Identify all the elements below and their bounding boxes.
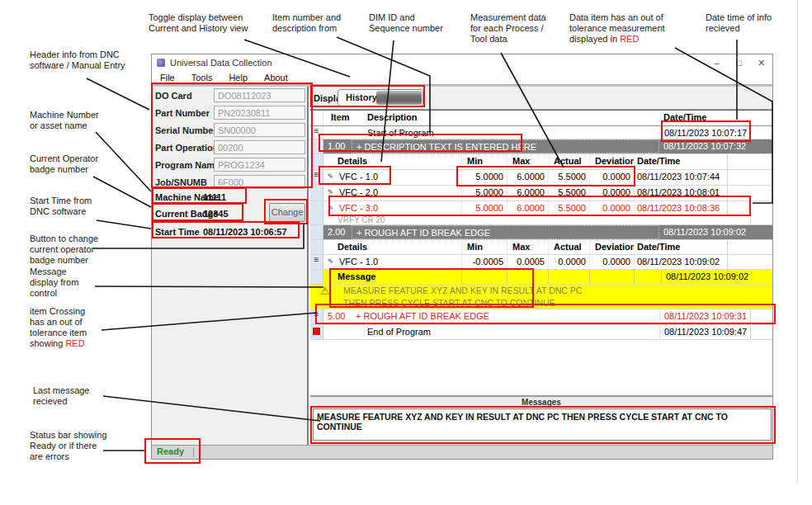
close-icon[interactable]: ✕ <box>750 54 772 71</box>
cell-description: + ROUGH AFT ID BREAK EDGE <box>352 309 659 324</box>
window-controls: – □ ✕ <box>706 54 772 71</box>
table-row-message-line-1: ⚠ MEASURE FEATURE XYZ AND KEY IN RESULT … <box>310 285 772 297</box>
serial-number-input[interactable] <box>214 123 305 137</box>
cell-deviation: 0.0000 <box>589 255 634 269</box>
cell-dim-id: VFC - 1.0 <box>338 255 461 269</box>
job-snumb-label: Job/SNUMB <box>155 177 207 187</box>
messages-panel-title: Messages <box>310 397 772 407</box>
cell-item: 2.00 <box>323 225 352 239</box>
status-divider <box>193 448 194 457</box>
table-row-vfc-1[interactable]: ≡ ✎ VFC - 1.0 5.0000 6.0000 5.5000 0.000… <box>310 170 772 186</box>
annotation-toggle-display: Toggle display between Current and Histo… <box>149 12 248 34</box>
cell-min: 5.0000 <box>461 170 507 185</box>
minimize-icon[interactable]: – <box>706 54 728 71</box>
cell-deviation: 0.0000 <box>589 186 634 201</box>
table-row-vfc-4[interactable]: ≡ ✎ VFC - 1.0 -0.0005 0.0005 0.0000 0.00… <box>310 255 772 270</box>
table-row-message-header[interactable]: Message 08/11/2023 10:09:02 <box>310 270 772 285</box>
cell-actual: 0.0000 <box>548 255 589 269</box>
machine-name-value: 11111 <box>203 192 226 202</box>
cell-deviation: 0.0000 <box>589 170 634 185</box>
table-row-group-5-out-of-tolerance[interactable]: ≡ 5.00 + ROUGH AFT ID BREAK EDGE 08/11/2… <box>310 309 772 325</box>
gutter-cell <box>310 111 323 125</box>
table-row-message-line-2: THEN PRESS CYCLE START AT CNC TO CONTINU… <box>310 297 772 309</box>
col-min: Min <box>461 154 507 169</box>
field-row-do-card: DO Card <box>152 87 307 105</box>
do-card-input[interactable] <box>214 88 305 102</box>
job-snumb-input[interactable] <box>214 175 305 189</box>
cell-date: 08/11/2023 10:07:32 <box>659 139 750 153</box>
col-max: Max <box>507 154 548 169</box>
line-machine-number <box>96 132 151 191</box>
col-item: Item <box>323 111 366 125</box>
cell-message-title: Message <box>323 270 661 284</box>
table-header-row: Item Description Date/Time <box>310 111 772 126</box>
col-date: Date/Time <box>634 154 727 169</box>
part-number-input[interactable] <box>214 106 305 120</box>
cell-end <box>750 309 772 324</box>
gutter-cell <box>310 154 323 169</box>
row-menu-icon[interactable]: ≡ <box>310 126 323 139</box>
col-details: Details <box>323 240 461 254</box>
status-ready-text: Ready <box>157 446 184 456</box>
cell-actual: 5.5000 <box>548 170 589 185</box>
menu-file[interactable]: File <box>160 73 175 83</box>
table-row-start-of-program[interactable]: ≡ Start of Program 08/11/2023 10:07:17 <box>310 126 772 139</box>
cell-dim-id: VFC - 1.0 <box>338 170 461 185</box>
table-row-vfc-2[interactable]: ✎ VFC - 2.0 5.0000 6.0000 5.5000 0.0000 … <box>310 186 772 201</box>
window-title: Universal Data Collection <box>170 58 272 68</box>
field-row-job-snumb: Job/SNUMB <box>152 174 307 191</box>
toggle-knob-icon[interactable] <box>376 91 422 105</box>
pencil-icon: ✎ <box>323 255 338 269</box>
field-row-program-name: Program Name <box>152 157 307 174</box>
cell-dim-id: VFC - 2.0 <box>338 186 461 201</box>
row-menu-icon[interactable]: ≡ <box>310 255 323 269</box>
gutter-cell <box>310 139 323 153</box>
annotation-item-crossing: item Crossing has an out of tolerance it… <box>30 306 87 349</box>
cell-description: + ROUGH AFT ID BREAK EDGE <box>352 225 659 239</box>
serial-number-label: Serial Number <box>155 125 217 135</box>
cell-date: 08/11/2023 10:09:31 <box>659 309 750 324</box>
cell-message-text: THEN PRESS CYCLE START AT CNC TO CONTINU… <box>310 297 555 309</box>
line-current-operator <box>93 177 151 207</box>
filler-cell <box>727 240 772 254</box>
filler-cell <box>727 255 772 269</box>
display-bar: Display History <box>310 87 772 110</box>
row-menu-icon[interactable]: ≡ <box>310 170 323 185</box>
menu-help[interactable]: Help <box>229 73 248 83</box>
program-name-input[interactable] <box>214 158 305 172</box>
col-deviation: Deviation <box>589 154 634 169</box>
header-panel: DO Card Part Number Serial Number Part O… <box>152 87 309 445</box>
start-time-value: 08/11/2023 10:06:57 <box>203 227 287 237</box>
cell-max: 6.0000 <box>507 201 548 215</box>
cell-message-text: MEASURE FEATURE XYZ AND KEY IN RESULT AT… <box>310 285 582 297</box>
row-menu-icon[interactable]: ≡ <box>310 309 323 324</box>
history-table: Item Description Date/Time ≡ Start of Pr… <box>310 110 772 395</box>
line-start-time <box>97 220 151 229</box>
annotated-screenshot: Universal Data Collection – □ ✕ File Too… <box>0 0 812 505</box>
cell-deviation: 0.0000 <box>589 201 634 215</box>
menu-about[interactable]: About <box>264 73 288 83</box>
display-toggle-value: History <box>346 92 377 102</box>
table-row-vfc-3-out-of-tolerance[interactable]: ✎ VFC - 3.0 5.0000 6.0000 5.5000 0.0000 … <box>310 201 772 215</box>
table-row-end-of-program[interactable]: End of Program 08/11/2023 10:09:47 <box>310 325 772 340</box>
change-badge-button[interactable]: Change <box>269 203 305 222</box>
col-end <box>750 111 772 125</box>
col-min: Min <box>461 240 507 254</box>
annotation-text: Data item has an out of tolerance measur… <box>569 12 665 44</box>
gutter-cell <box>310 225 323 239</box>
do-card-label: DO Card <box>155 91 192 101</box>
cell-description: End of Program <box>366 325 659 339</box>
menu-tools[interactable]: Tools <box>191 73 213 83</box>
table-row-group-1[interactable]: 1.00 + DESCRIPTION TEXT IS ENTERED HERE … <box>310 139 772 154</box>
maximize-icon[interactable]: □ <box>728 54 750 71</box>
data-panel: Display History Item Description Date/Ti… <box>310 87 772 445</box>
display-toggle[interactable]: History <box>338 89 423 106</box>
cell-end <box>750 215 772 224</box>
field-row-part-number: Part Number <box>152 105 307 122</box>
annotation-last-message: Last message recieved <box>33 385 89 407</box>
stop-icon <box>310 325 323 339</box>
table-row-group-2[interactable]: 2.00 + ROUGH AFT ID BREAK EDGE 08/11/202… <box>310 225 772 240</box>
cell-item: 5.00 <box>323 309 352 324</box>
title-bar: Universal Data Collection – □ ✕ <box>152 54 772 71</box>
part-operation-input[interactable] <box>214 140 305 154</box>
